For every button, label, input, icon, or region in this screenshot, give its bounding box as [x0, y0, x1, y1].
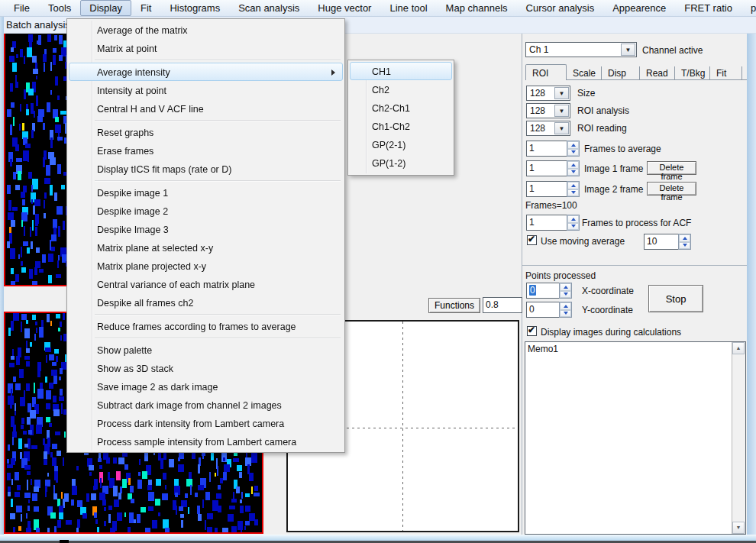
- channel-active-combo[interactable]: Ch 1 ▼: [525, 42, 637, 57]
- menu-item-average-of-matrix[interactable]: Average of the matrix: [69, 21, 343, 39]
- menu-line-tool[interactable]: Line tool: [380, 0, 436, 16]
- menu-item-matrix-plane-selected[interactable]: Matrix plane at selected x-y: [69, 238, 343, 257]
- submenu-item-ch1-ch2[interactable]: Ch1-Ch2: [350, 117, 452, 135]
- menu-item-display-tics-fit-maps[interactable]: Display tICS fit maps (rate or D): [69, 160, 343, 178]
- menu-item-intensity-at-point[interactable]: Intensity at point: [69, 81, 343, 99]
- memo-scrollbar[interactable]: ▲ ▼: [732, 342, 745, 534]
- menu-fit[interactable]: Fit: [131, 0, 160, 16]
- frames-acf-value[interactable]: 1: [526, 215, 567, 231]
- roi-reading-label: ROI reading: [577, 123, 627, 134]
- menu-huge-vector[interactable]: Huge vector: [309, 0, 380, 16]
- spin-up-icon[interactable]: [567, 161, 579, 169]
- average-intensity-submenu: CH1 Ch2 Ch2-Ch1 Ch1-Ch2 GP(2-1) GP(1-2): [347, 60, 454, 176]
- tab-scale[interactable]: Scale: [567, 66, 602, 79]
- menu-item-central-variance[interactable]: Central variance of each matrix plane: [69, 275, 343, 293]
- functions-button[interactable]: Functions: [428, 298, 480, 313]
- memo-text[interactable]: Memo1: [528, 344, 558, 354]
- y-coordinate-value[interactable]: 0: [526, 302, 559, 318]
- spin-down-icon[interactable]: [560, 310, 571, 318]
- menu-item-reduce-frames[interactable]: Reduce frames according to frames to ave…: [69, 317, 343, 335]
- tab-disp[interactable]: Disp: [602, 66, 640, 79]
- menu-item-erase-frames[interactable]: Erase frames: [69, 141, 343, 160]
- image1-frame-value[interactable]: 1: [526, 160, 567, 176]
- menu-item-central-h-v-acf[interactable]: Central H and V ACF line: [69, 99, 343, 118]
- use-moving-average-checkbox[interactable]: ✔: [527, 235, 537, 245]
- menu-scan-analysis[interactable]: Scan analysis: [229, 0, 309, 16]
- scroll-down-icon[interactable]: ▼: [732, 522, 745, 534]
- menu-item-save-image2-dark[interactable]: Save image 2 as dark image: [69, 377, 343, 396]
- chevron-down-icon[interactable]: ▼: [621, 44, 635, 56]
- memo-box[interactable]: Memo1 ▲ ▼: [525, 341, 746, 535]
- size-label: Size: [577, 88, 595, 99]
- roi-analysis-combo[interactable]: 128 ▼: [526, 103, 570, 118]
- menu-item-despike-image-2[interactable]: Despike image 2: [69, 202, 343, 220]
- x-coordinate-spinner[interactable]: 0: [526, 283, 572, 299]
- submenu-item-ch2-ch1[interactable]: Ch2-Ch1: [350, 99, 452, 117]
- menu-item-process-dark-lambert[interactable]: Process dark intensity from Lambert came…: [69, 414, 343, 432]
- spin-down-icon[interactable]: [567, 223, 579, 231]
- spin-down-icon[interactable]: [567, 189, 579, 197]
- menu-tools[interactable]: Tools: [39, 0, 80, 16]
- menu-item-show-palette[interactable]: Show palette: [69, 341, 343, 359]
- menu-cursor-analysis[interactable]: Cursor analysis: [517, 0, 604, 16]
- menu-separator: [95, 314, 341, 315]
- submenu-item-ch2[interactable]: Ch2: [350, 80, 452, 99]
- menu-appearence[interactable]: Appearence: [603, 0, 675, 16]
- menu-display[interactable]: Display: [80, 0, 131, 16]
- tab-tbkg[interactable]: T/Bkg: [675, 66, 710, 79]
- menu-file[interactable]: File: [5, 0, 39, 16]
- menu-item-reset-graphs[interactable]: Reset graphs: [69, 123, 343, 141]
- spin-up-icon[interactable]: [567, 141, 579, 149]
- menu-histograms[interactable]: Histograms: [160, 0, 229, 16]
- menu-item-average-intensity[interactable]: Average intensity: [69, 63, 343, 81]
- spin-down-icon[interactable]: [567, 169, 579, 176]
- menu-item-process-sample-lambert[interactable]: Process sample intensity from Lambert ca…: [69, 432, 343, 451]
- menu-item-show-3d-stack[interactable]: Show as 3D stack: [69, 359, 343, 377]
- spin-down-icon[interactable]: [560, 291, 571, 299]
- menu-fret-ratio[interactable]: FRET ratio: [675, 0, 741, 16]
- spin-up-icon[interactable]: [567, 215, 579, 223]
- moving-average-spinner[interactable]: 10: [644, 234, 691, 250]
- menu-item-matrix-at-point[interactable]: Matrix at point: [69, 39, 343, 57]
- functions-value-field[interactable]: 0.8: [483, 297, 522, 313]
- x-coordinate-value[interactable]: 0: [526, 283, 559, 299]
- image1-frame-spinner[interactable]: 1: [526, 160, 580, 176]
- tab-roi[interactable]: ROI: [525, 64, 567, 80]
- delete-frame2-button[interactable]: Delete frame: [647, 182, 696, 196]
- roi-reading-combo[interactable]: 128 ▼: [526, 121, 570, 136]
- submenu-item-ch1[interactable]: CH1: [350, 62, 452, 80]
- menu-map-channels[interactable]: Map channels: [437, 0, 517, 16]
- submenu-item-gp21[interactable]: GP(2-1): [350, 135, 452, 154]
- menu-item-despike-image-3[interactable]: Despike Image 3: [69, 220, 343, 238]
- submenu-item-gp12[interactable]: GP(1-2): [350, 154, 452, 172]
- menu-item-subtract-dark[interactable]: Subtract dark image from channel 2 image…: [69, 396, 343, 414]
- tab-read[interactable]: Read: [640, 66, 675, 79]
- moving-average-value[interactable]: 10: [644, 234, 678, 250]
- delete-frame1-button[interactable]: Delete frame: [647, 161, 696, 175]
- spin-up-icon[interactable]: [560, 283, 571, 291]
- spin-down-icon[interactable]: [679, 242, 690, 250]
- menu-item-despike-image-1[interactable]: Despike image 1: [69, 183, 343, 202]
- spin-up-icon[interactable]: [560, 302, 571, 310]
- size-combo[interactable]: 128 ▼: [526, 86, 570, 101]
- image2-frame-value[interactable]: 1: [526, 181, 567, 197]
- stop-button[interactable]: Stop: [648, 285, 703, 312]
- frames-acf-spinner[interactable]: 1: [526, 215, 580, 231]
- scroll-up-icon[interactable]: ▲: [732, 342, 745, 354]
- frames-to-average-spinner[interactable]: 1: [526, 141, 580, 157]
- frames-to-average-value[interactable]: 1: [526, 141, 567, 157]
- spin-down-icon[interactable]: [567, 149, 579, 157]
- y-coordinate-spinner[interactable]: 0: [526, 302, 572, 318]
- chevron-down-icon[interactable]: ▼: [554, 122, 569, 134]
- chevron-down-icon[interactable]: ▼: [554, 105, 569, 117]
- tab-fit[interactable]: Fit: [710, 66, 742, 79]
- tab-batch-analysis[interactable]: Batch analysis: [6, 17, 70, 33]
- menu-item-despike-all-ch2[interactable]: Despike all frames ch2: [69, 293, 343, 312]
- chevron-down-icon[interactable]: ▼: [554, 87, 569, 99]
- spin-up-icon[interactable]: [567, 182, 579, 189]
- menu-pcf-cursor[interactable]: pCF cursor: [741, 0, 756, 16]
- menu-item-matrix-plane-projected[interactable]: Matrix plane projected x-y: [69, 257, 343, 275]
- image2-frame-spinner[interactable]: 1: [526, 181, 580, 197]
- spin-up-icon[interactable]: [679, 234, 690, 242]
- display-images-checkbox[interactable]: ✔: [527, 326, 537, 336]
